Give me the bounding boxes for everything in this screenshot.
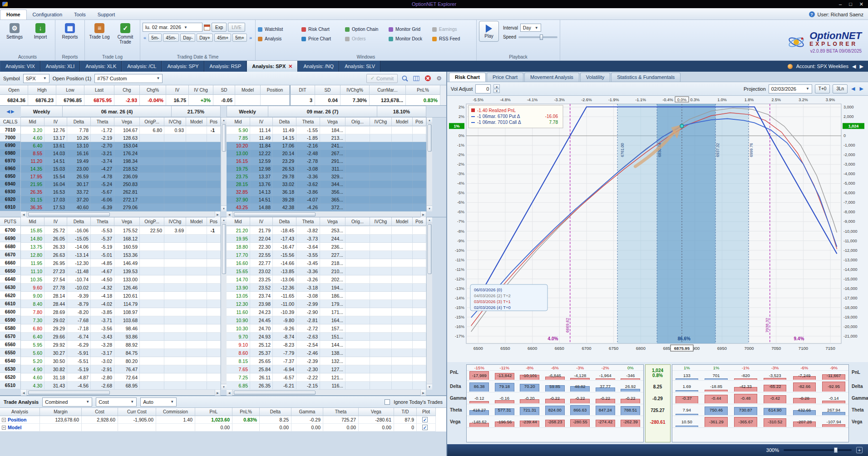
commit-button[interactable]: ✓Commit: [366, 74, 398, 83]
vertical-scrollbar[interactable]: ▲▼: [221, 217, 227, 390]
zoom-in-icon[interactable]: +: [856, 447, 863, 453]
strike-cell[interactable]: 6680: [0, 242, 21, 250]
lines-button[interactable]: 3Ln: [833, 84, 848, 93]
speed-slider[interactable]: [518, 36, 557, 38]
doc-tab-analysisxli[interactable]: Analysis: XLI: [40, 61, 80, 72]
settings-button[interactable]: ⚙Settings: [2, 21, 27, 40]
step-button-5m[interactable]: 5m-: [148, 34, 162, 42]
tab-scroll-right-icon[interactable]: ▶: [860, 64, 863, 69]
option-row[interactable]: 19.9522.04-17.43-3.73244...: [227, 235, 426, 243]
analysis-row-name[interactable]: +Model: [0, 424, 40, 431]
exp-button[interactable]: Exp: [212, 23, 227, 32]
option-row[interactable]: 8.1525.65-7.37-2.39132...: [227, 357, 426, 365]
option-row[interactable]: 37.9014.5139.28-4.07365...: [227, 196, 426, 204]
strike-cell[interactable]: 6920: [0, 196, 21, 203]
option-row[interactable]: 9.1025.12-8.23-2.54144...: [227, 341, 426, 349]
commit-trade-button[interactable]: ✓Commit Trade: [113, 21, 138, 45]
column-header[interactable]: IVChg: [164, 118, 186, 126]
scroll-thumb[interactable]: [28, 391, 110, 395]
strike-cell[interactable]: 6940: [0, 180, 21, 188]
column-header[interactable]: Pos: [207, 118, 221, 126]
option-row[interactable]: 31.1517.0337.20-6.06272.17: [21, 196, 221, 204]
option-row[interactable]: 6.8029.29-7.18-3.5698.46: [21, 324, 221, 333]
strike-cell[interactable]: 6630: [0, 283, 21, 291]
option-row[interactable]: 14.3515.0323.00-4.27218.52: [21, 165, 221, 173]
strike-cell[interactable]: 6980: [0, 149, 21, 157]
cycle-back[interactable]: Weekly: [227, 106, 268, 117]
tab-volatility[interactable]: Volatility: [580, 73, 610, 82]
option-row[interactable]: 21.2021.79-18.45-3.82253...: [227, 226, 426, 235]
column-header[interactable]: Model: [392, 217, 413, 226]
option-row[interactable]: 13.7526.33-14.06-5.19160.59: [21, 243, 221, 251]
option-row[interactable]: 8.6025.37-7.79-2.46138...: [227, 349, 426, 357]
column-header[interactable]: IV: [250, 118, 273, 126]
column-header[interactable]: IV: [44, 217, 67, 226]
auto-select[interactable]: Auto▼: [140, 397, 177, 407]
horizontal-scrollbar[interactable]: ◀▶: [227, 211, 426, 217]
scroll-thumb[interactable]: [28, 212, 110, 216]
strike-cell[interactable]: 6950: [0, 172, 21, 180]
strike-cell[interactable]: 6700: [0, 226, 21, 234]
window-toggle-analysis[interactable]: Analysis: [258, 34, 300, 44]
strike-cell[interactable]: 6910: [0, 203, 21, 211]
column-header[interactable]: Theta: [296, 118, 320, 126]
step-button-Day[interactable]: Day-: [180, 34, 195, 42]
option-row[interactable]: 7.2526.11-6.57-2.22121...: [227, 373, 426, 382]
option-row[interactable]: 5.9529.92-6.29-3.2888.92: [21, 341, 221, 349]
strike-cell[interactable]: 6580: [0, 324, 21, 332]
column-header[interactable]: Orig...: [345, 118, 370, 126]
scroll-thumb[interactable]: [234, 391, 316, 395]
analysis-mode-select[interactable]: Combined▼: [42, 397, 92, 407]
trading-date-select[interactable]: lu. 02 mar. 2026▼: [143, 23, 202, 32]
chain-next-icon[interactable]: ▶: [11, 109, 15, 114]
symbol-select[interactable]: SPX▼: [23, 74, 49, 83]
strike-cell[interactable]: 6620: [0, 291, 21, 299]
t-plus-button[interactable]: T+0: [815, 84, 830, 93]
doc-tab-analysisspx[interactable]: Analysis: SPX✕: [247, 61, 298, 72]
tab-risk-chart[interactable]: Risk Chart: [449, 73, 486, 82]
reports-button[interactable]: ▦Reports: [58, 21, 82, 40]
vol-adjust-input[interactable]: 0: [475, 84, 491, 93]
column-header[interactable]: Mid: [227, 118, 250, 126]
tab-price-chart[interactable]: Price Chart: [487, 73, 523, 82]
strike-cell[interactable]: 6570: [0, 332, 21, 340]
option-row[interactable]: 7.8028.69-8.20-3.85108.97: [21, 308, 221, 316]
strike-cell[interactable]: 6690: [0, 234, 21, 242]
step-button-45m[interactable]: 45m-: [163, 34, 179, 42]
option-row[interactable]: 14.8026.05-15.05-5.37168.12: [21, 235, 221, 243]
option-row[interactable]: 15.8525.72-16.06-5.53175.5222.503.69-1: [21, 226, 221, 235]
vertical-scrollbar[interactable]: ▲▼: [221, 118, 227, 211]
option-row[interactable]: 13.0012.2220.14-2.48267...: [227, 150, 426, 157]
strike-cell[interactable]: 6560: [0, 340, 21, 348]
column-header[interactable]: Vega: [320, 118, 345, 126]
doc-tab-analysiscl[interactable]: Analysis: /CL: [122, 61, 162, 72]
doc-tab-analysisspy[interactable]: Analysis: SPY: [162, 61, 204, 72]
option-row[interactable]: 8.4028.44-8.79-4.02114.79: [21, 300, 221, 308]
scroll-down-icon[interactable]: ▼: [427, 206, 432, 211]
option-row[interactable]: 26.3516.5333.72-5.67262.81: [21, 188, 221, 196]
column-header[interactable]: Vega: [114, 118, 140, 126]
scroll-up-icon[interactable]: ▲: [221, 118, 227, 123]
scroll-up-icon[interactable]: ▲: [427, 217, 432, 223]
column-header[interactable]: Orig...: [345, 217, 370, 226]
option-row[interactable]: 43.2514.8842.38-4.26372...: [227, 204, 426, 211]
doc-tab-analysisrsp[interactable]: Analysis: RSP: [204, 61, 247, 72]
option-row[interactable]: 3.2012.767.78-1.72104.676.800.93-1: [21, 127, 221, 134]
option-row[interactable]: 16.1512.5923.29-2.78291...: [227, 157, 426, 165]
option-row[interactable]: 12.8026.63-13.14-5.01153.36: [21, 251, 221, 259]
calendar-icon[interactable]: [204, 25, 210, 30]
step-button-Day[interactable]: Day+: [197, 34, 213, 42]
strike-cell[interactable]: 6960: [0, 165, 21, 172]
window-toggle-rss-feed[interactable]: RSS Feed: [432, 34, 474, 44]
option-row[interactable]: 16.6022.77-14.66-3.45218...: [227, 259, 426, 267]
strike-cell[interactable]: 6970: [0, 157, 21, 165]
window-toggle-monitor-dock[interactable]: Monitor Dock: [389, 34, 430, 44]
horizontal-scrollbar[interactable]: ◀▶: [227, 390, 426, 395]
column-header[interactable]: Pos: [413, 217, 426, 226]
live-button[interactable]: LIVE: [228, 23, 245, 32]
horizontal-scrollbar[interactable]: ◀▶: [21, 390, 221, 395]
gear-icon[interactable]: ⚙: [435, 74, 443, 83]
option-row[interactable]: 5.6030.27-5.91-3.1784.75: [21, 349, 221, 357]
scroll-thumb[interactable]: [222, 224, 226, 274]
option-row[interactable]: 6.4013.6113.10-2.70153.04: [21, 142, 221, 150]
